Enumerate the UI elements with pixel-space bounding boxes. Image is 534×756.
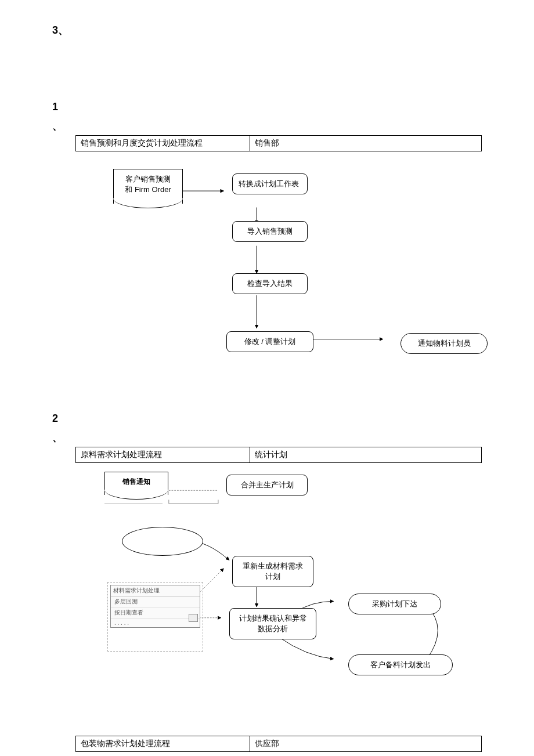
node-check-result-label: 检查导入结果 <box>247 279 293 288</box>
node-purchase-issue-label: 采购计划下达 <box>372 599 417 608</box>
node-sales-notice: 销售通知 <box>104 472 168 495</box>
node-check-result: 检查导入结果 <box>232 273 308 294</box>
section2-tick: 、 <box>52 431 482 444</box>
flow3-owner: 供应部 <box>250 736 481 751</box>
divider-line <box>104 504 163 504</box>
flow1-title: 销售预测和月度交货计划处理流程 <box>76 136 250 151</box>
flow2-header: 原料需求计划处理流程 统计计划 <box>75 447 482 463</box>
flow3-header: 包装物需求计划处理流程 供应部 <box>75 736 482 752</box>
node-convert-plan-label: 转换成计划工作表 <box>239 179 299 188</box>
node-confirm-analyze-label: 计划结果确认和异常数据分析 <box>239 614 307 633</box>
node-purchase-issue: 采购计划下达 <box>348 594 441 614</box>
flow1-header: 销售预测和月度交货计划处理流程 销售部 <box>75 135 482 151</box>
node-confirm-analyze: 计划结果确认和异常数据分析 <box>229 608 316 639</box>
node-customer-forecast: 客户销售预测 和 Firm Order <box>113 169 183 204</box>
node-adjust-plan: 修改 / 调整计划 <box>226 331 313 352</box>
node-customer-material-label: 客户备料计划发出 <box>370 660 431 669</box>
diagram-2: 销售通知 合并主生产计划 重新生成材料需求计划 材料需求计划处理 多层回溯 按日… <box>75 469 482 701</box>
node-sales-notice-label: 销售通知 <box>122 478 150 486</box>
flow1-owner: 销售部 <box>250 136 481 151</box>
section1-tick: 、 <box>52 119 482 133</box>
node-adjust-plan-label: 修改 / 调整计划 <box>244 337 296 346</box>
panel-item-2: 按日期查看 <box>111 607 200 618</box>
node-customer-material: 客户备料计划发出 <box>348 654 453 675</box>
node-notify-planner-label: 通知物料计划员 <box>418 339 471 348</box>
flow2-title: 原料需求计划处理流程 <box>76 447 250 462</box>
flow2-owner: 统计计划 <box>250 447 481 462</box>
page-label: 3、 <box>52 23 482 37</box>
material-plan-panel: 材料需求计划处理 多层回溯 按日期查看 . . . . . <box>110 585 200 628</box>
node-merge-plan-label: 合并主生产计划 <box>241 480 294 489</box>
node-regen-material-label: 重新生成材料需求计划 <box>243 562 303 581</box>
panel-title: 材料需求计划处理 <box>111 585 200 596</box>
node-customer-forecast-label: 客户销售预测 和 Firm Order <box>125 175 171 194</box>
panel-item-1: 多层回溯 <box>111 596 200 607</box>
node-regen-material: 重新生成材料需求计划 <box>232 556 313 587</box>
callout-bubble <box>122 527 203 556</box>
node-notify-planner: 通知物料计划员 <box>400 333 488 354</box>
node-import-forecast-label: 导入销售预测 <box>247 227 293 236</box>
section2-num: 2 <box>52 413 482 425</box>
node-convert-plan: 转换成计划工作表 <box>232 173 308 194</box>
panel-scroll-icon <box>189 614 198 622</box>
flow3-title: 包装物需求计划处理流程 <box>76 736 250 751</box>
section1-num: 1 <box>52 101 482 113</box>
diagram-1: 客户销售预测 和 Firm Order 转换成计划工作表 导入销售预测 检查导入… <box>75 163 482 384</box>
node-import-forecast: 导入销售预测 <box>232 221 308 242</box>
node-merge-plan: 合并主生产计划 <box>226 475 308 495</box>
panel-item-3: . . . . . <box>111 618 200 627</box>
